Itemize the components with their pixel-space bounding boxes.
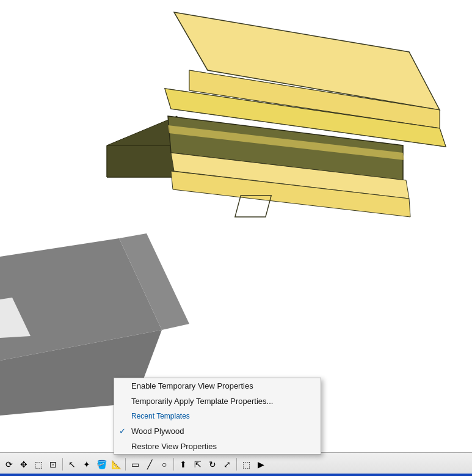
push-pull-icon[interactable]: ⬆ xyxy=(176,458,190,471)
line-icon[interactable]: ╱ xyxy=(143,458,156,471)
svg-marker-6 xyxy=(107,116,177,145)
select-icon[interactable]: ↖ xyxy=(65,458,79,471)
svg-marker-7 xyxy=(107,145,177,177)
offset-icon[interactable]: ⬚ xyxy=(239,458,253,471)
menu-item-temp-apply-template[interactable]: Temporarily Apply Template Properties... xyxy=(114,394,321,409)
zoom-icon[interactable]: ⬚ xyxy=(32,458,45,471)
eraser-icon[interactable]: ✦ xyxy=(80,458,93,471)
tape-icon[interactable]: 📐 xyxy=(109,458,123,471)
paint-bucket-icon[interactable]: 🪣 xyxy=(95,458,108,471)
zoom-extents-icon[interactable]: ⊡ xyxy=(46,458,60,471)
orbit-icon[interactable]: ⟳ xyxy=(2,458,16,471)
separator-3 xyxy=(173,458,174,471)
menu-item-restore-view[interactable]: Restore View Properties xyxy=(114,439,321,454)
menu-item-wood-plywood[interactable]: ✓ Wood Plywood xyxy=(114,423,321,439)
separator-4 xyxy=(236,458,237,471)
scale-icon[interactable]: ⤢ xyxy=(220,458,234,471)
context-menu: Enable Temporary View Properties Tempora… xyxy=(114,378,321,455)
rectangle-icon[interactable]: ▭ xyxy=(128,458,142,471)
menu-item-recent-templates: Recent Templates xyxy=(114,409,321,423)
separator-1 xyxy=(62,458,63,471)
move-icon[interactable]: ⇱ xyxy=(191,458,205,471)
toolbar: ⟳ ✥ ⬚ ⊡ ↖ ✦ 🪣 📐 ▭ ╱ ○ ⬆ ⇱ ↻ ⤢ ⬚ ▶ xyxy=(0,452,472,476)
separator-2 xyxy=(125,458,126,471)
checkmark-icon: ✓ xyxy=(119,427,126,436)
bottom-strip xyxy=(0,474,472,476)
more-tools-icon[interactable]: ▶ xyxy=(254,458,267,471)
menu-item-enable-temp-view[interactable]: Enable Temporary View Properties xyxy=(114,378,321,394)
circle-icon[interactable]: ○ xyxy=(158,458,171,471)
rotate-icon[interactable]: ↻ xyxy=(206,458,219,471)
pan-icon[interactable]: ✥ xyxy=(17,458,31,471)
